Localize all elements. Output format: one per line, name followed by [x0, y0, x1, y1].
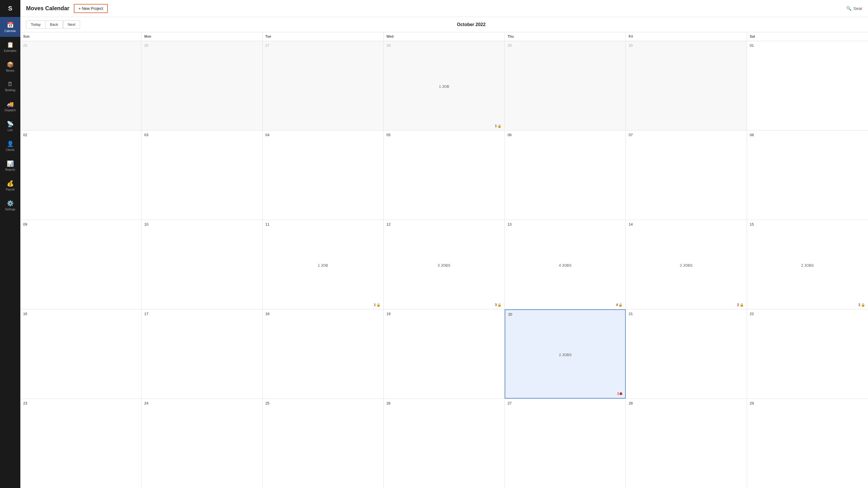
sidebar-item-reports[interactable]: 📊 Reports [0, 156, 20, 175]
cal-cell-04[interactable]: 04 [263, 131, 384, 220]
cal-cell-13[interactable]: 134 JOBS4 🔒 [505, 220, 626, 309]
search-area[interactable]: 🔍 Sear [846, 6, 862, 11]
cal-job-count: 2 JOBS [508, 318, 622, 392]
cal-cell-26[interactable]: 26 [142, 41, 262, 130]
cal-cell-06[interactable]: 06 [505, 131, 626, 220]
estimates-icon: 📋 [7, 41, 14, 48]
dot-circle [619, 392, 622, 395]
payroll-icon: 💰 [7, 180, 14, 187]
cal-cell-16[interactable]: 16 [20, 309, 142, 399]
header: Moves Calendar + New Project 🔍 Sear [20, 0, 868, 17]
cal-job-count: 2 JOBS [628, 228, 744, 303]
calendar-controls: Today Back Next October 2022 [20, 17, 868, 32]
cal-cell-29[interactable]: 29 [505, 41, 626, 130]
cal-cell-27[interactable]: 27 [505, 399, 626, 488]
back-button[interactable]: Back [45, 20, 63, 29]
cal-date-number: 18 [266, 312, 380, 316]
cal-date-number: 04 [266, 133, 380, 137]
cal-date-number: 15 [750, 222, 865, 226]
cal-cell-19[interactable]: 19 [384, 309, 505, 399]
live-icon: 📡 [7, 121, 14, 127]
cal-cell-29[interactable]: 29 [747, 399, 868, 488]
cal-date-number: 24 [144, 401, 259, 405]
cal-cell-22[interactable]: 22 [747, 309, 868, 399]
cal-row-1: 02030405060708 [20, 131, 868, 220]
cal-cell-15[interactable]: 152 JOBS2 🔒 [747, 220, 868, 309]
cal-cell-26[interactable]: 26 [384, 399, 505, 488]
cal-date-number: 23 [23, 401, 138, 405]
cal-cell-05[interactable]: 05 [384, 131, 505, 220]
cal-date-number: 28 [386, 43, 502, 48]
cal-cell-17[interactable]: 17 [142, 309, 262, 399]
cal-lock-badge: 2 🔒 [858, 303, 865, 307]
cal-cell-23[interactable]: 23 [20, 399, 142, 488]
sidebar-item-dispatch[interactable]: 🚚 Dispatch [0, 96, 20, 116]
sidebar-item-label: Payroll [6, 188, 15, 191]
cal-cell-02[interactable]: 02 [20, 131, 142, 220]
cal-header-thu: Thu [505, 32, 626, 41]
cal-cell-09[interactable]: 09 [20, 220, 142, 309]
lock-icon: 🔒 [740, 303, 744, 307]
cal-cell-10[interactable]: 10 [142, 220, 262, 309]
settings-icon: ⚙️ [7, 200, 14, 207]
lock-icon: 🔒 [861, 303, 865, 307]
cal-cell-14[interactable]: 142 JOBS2 🔒 [626, 220, 747, 309]
cal-date-number: 01 [750, 43, 865, 48]
sidebar-item-payroll[interactable]: 💰 Payroll [0, 175, 20, 195]
cal-cell-25[interactable]: 25 [263, 399, 384, 488]
cal-cell-20[interactable]: 202 JOBS1 [505, 309, 626, 399]
cal-date-number: 10 [144, 222, 259, 226]
cal-cell-28[interactable]: 281 JOB1 🔒 [384, 41, 505, 130]
cal-date-number: 26 [144, 43, 259, 48]
cal-cell-30[interactable]: 30 [626, 41, 747, 130]
cal-date-number: 25 [266, 401, 380, 405]
sidebar-item-estimates[interactable]: 📋 Estimates [0, 37, 20, 57]
calendar-body: 252627281 JOB1 🔒293001020304050607080910… [20, 41, 868, 488]
cal-date-number: 05 [386, 133, 502, 137]
sidebar-item-label: Reports [5, 168, 15, 171]
month-year-title: October 2022 [80, 22, 862, 27]
cal-job-count: 1 JOB [386, 49, 502, 124]
cal-cell-28[interactable]: 28 [626, 399, 747, 488]
sidebar-item-label: Calendar [4, 29, 16, 33]
cal-date-number: 29 [750, 401, 865, 405]
sidebar-item-calendar[interactable]: 📅 Calendar [0, 17, 20, 37]
cal-header-sun: Sun [20, 32, 142, 41]
moves-icon: 📦 [7, 61, 14, 68]
sidebar-item-booking[interactable]: 🗓 Booking [0, 77, 20, 96]
cal-date-number: 07 [628, 133, 744, 137]
main-content: Moves Calendar + New Project 🔍 Sear Toda… [20, 0, 868, 488]
next-button[interactable]: Next [63, 20, 80, 29]
cal-cell-11[interactable]: 111 JOB1 🔒 [263, 220, 384, 309]
cal-cell-18[interactable]: 18 [263, 309, 384, 399]
cal-job-count: 4 JOBS [507, 228, 623, 303]
cal-cell-01[interactable]: 01 [747, 41, 868, 130]
cal-cell-08[interactable]: 08 [747, 131, 868, 220]
cal-cell-25[interactable]: 25 [20, 41, 142, 130]
cal-date-number: 27 [507, 401, 623, 405]
calendar-icon: 📅 [7, 22, 14, 28]
sidebar-item-settings[interactable]: ⚙️ Settings [0, 195, 20, 215]
cal-header-fri: Fri [626, 32, 747, 41]
lock-icon: 🔒 [618, 303, 623, 307]
cal-cell-21[interactable]: 21 [626, 309, 747, 399]
cal-cell-27[interactable]: 27 [263, 41, 384, 130]
cal-cell-12[interactable]: 123 JOBS3 🔒 [384, 220, 505, 309]
cal-date-number: 27 [266, 43, 380, 48]
cal-lock-badge: 1 🔒 [495, 124, 502, 128]
cal-cell-03[interactable]: 03 [142, 131, 262, 220]
sidebar-item-moves[interactable]: 📦 Moves [0, 57, 20, 77]
new-project-button[interactable]: + New Project [74, 4, 108, 13]
cal-date-number: 08 [750, 133, 865, 137]
sidebar-item-live[interactable]: 📡 Live [0, 116, 20, 136]
lock-icon: 🔒 [376, 303, 380, 307]
cal-date-number: 21 [628, 312, 744, 316]
cal-lock-badge: 2 🔒 [737, 303, 744, 307]
booking-icon: 🗓 [7, 81, 13, 87]
cal-cell-24[interactable]: 24 [142, 399, 262, 488]
cal-job-count: 2 JOBS [750, 228, 865, 303]
sidebar-item-clients[interactable]: 👤 Clients [0, 136, 20, 156]
cal-date-number: 20 [508, 312, 622, 316]
cal-cell-07[interactable]: 07 [626, 131, 747, 220]
today-button[interactable]: Today [26, 20, 45, 29]
